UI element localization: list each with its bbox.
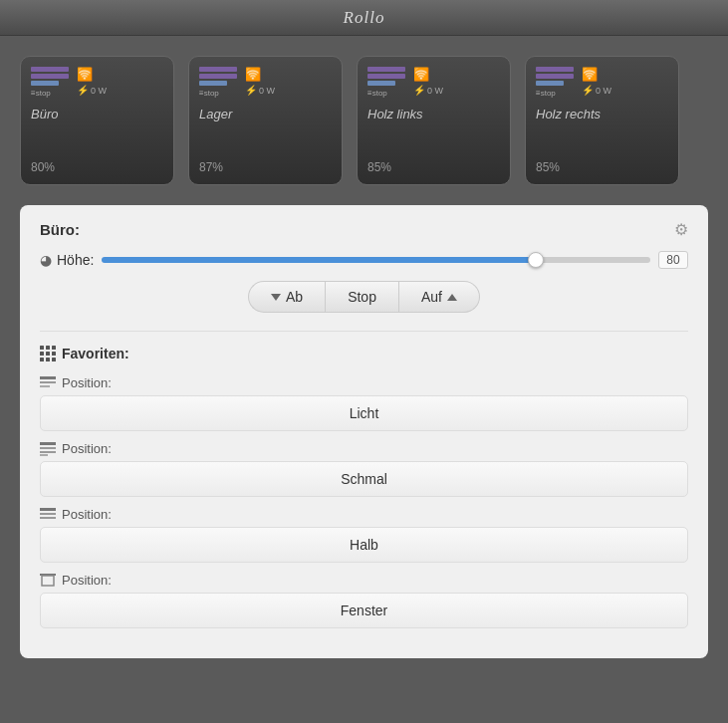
position-label-row: Position: (40, 441, 688, 456)
blind-bar-3 (31, 81, 59, 86)
blind-bar-2 (536, 74, 574, 79)
status-text: 0 W (427, 86, 443, 96)
blind-bar-2 (367, 74, 405, 79)
card-label: Büro (31, 107, 163, 121)
main-panel: Büro: ⚙ ◕ Höhe: 80 Ab Stop Auf (20, 205, 708, 658)
blind-bar-1 (199, 67, 237, 72)
cards-area: ≡stop 🛜 ⚡ 0 W Büro 80% ≡stop 🛜 (0, 36, 728, 200)
svg-rect-3 (40, 442, 56, 445)
position-btn-schmal-label: Schmal (341, 471, 387, 487)
slider-value: 80 (658, 251, 688, 269)
blind-bar-1 (536, 67, 574, 72)
divider (40, 331, 688, 332)
settings-icon[interactable]: ⚙ (674, 220, 688, 239)
bolt-icon: ⚡ (582, 85, 594, 96)
auf-button[interactable]: Auf (399, 281, 480, 313)
position-btn-licht[interactable]: Licht (40, 395, 688, 431)
slider-container: 80 (102, 251, 688, 269)
bolt-icon: ⚡ (77, 85, 89, 96)
panel-title: Büro: (40, 221, 80, 238)
position-icon-fenster (40, 574, 56, 588)
wifi-icon: 🛜 (77, 67, 93, 82)
position-label-2: Position: (62, 507, 112, 522)
svg-rect-11 (42, 576, 54, 586)
position-row-licht: Position: Licht (40, 375, 688, 431)
status-text: 0 W (596, 86, 611, 96)
status-text: 0 W (91, 86, 107, 96)
svg-rect-8 (40, 513, 56, 515)
blind-stop-text: ≡stop (536, 89, 574, 98)
position-icon-licht (40, 376, 56, 390)
blind-bar-1 (367, 67, 405, 72)
height-icon: ◕ (40, 252, 52, 268)
card-holz-rechts[interactable]: ≡stop 🛜 ⚡ 0 W Holz rechts 85% (525, 56, 679, 185)
stop-label: Stop (348, 289, 376, 305)
blind-stop-text: ≡stop (367, 89, 405, 98)
hoehe-label: ◕ Höhe: (40, 252, 94, 268)
svg-rect-7 (40, 508, 56, 511)
position-row-fenster: Position: Fenster (40, 573, 688, 628)
position-label-row: Position: (40, 573, 688, 588)
bolt-icon: ⚡ (245, 85, 257, 96)
position-btn-halb[interactable]: Halb (40, 527, 688, 563)
control-buttons: Ab Stop Auf (40, 281, 688, 313)
wifi-icon: 🛜 (413, 67, 429, 82)
bolt-icon: ⚡ (413, 85, 425, 96)
card-percent: 85% (536, 160, 668, 174)
blind-stop-text: ≡stop (31, 89, 69, 98)
panel-title-row: Büro: ⚙ (40, 220, 688, 239)
blind-icon: ≡stop (367, 67, 405, 99)
blind-bar-2 (31, 74, 69, 79)
blind-bar-3 (367, 81, 395, 86)
position-btn-fenster-label: Fenster (341, 602, 387, 618)
position-row-halb: Position: Halb (40, 507, 688, 563)
hoehe-row: ◕ Höhe: 80 (40, 251, 688, 269)
status-icons: ⚡ 0 W (77, 85, 107, 96)
blind-bar-2 (199, 74, 237, 79)
svg-rect-0 (40, 376, 56, 379)
arrow-down-icon (271, 294, 281, 301)
position-row-schmal: Position: Schmal (40, 441, 688, 497)
ab-button[interactable]: Ab (248, 281, 325, 313)
svg-rect-2 (40, 385, 50, 387)
blind-bar-3 (536, 81, 564, 86)
card-lager[interactable]: ≡stop 🛜 ⚡ 0 W Lager 87% (188, 56, 343, 185)
position-btn-fenster[interactable]: Fenster (40, 593, 688, 628)
position-btn-schmal[interactable]: Schmal (40, 461, 688, 497)
card-percent: 87% (199, 160, 332, 174)
status-icons: ⚡ 0 W (582, 85, 611, 96)
position-label-row: Position: (40, 507, 688, 522)
position-label-1: Position: (62, 441, 112, 456)
card-status: 🛜 ⚡ 0 W (77, 67, 107, 96)
blind-icon: ≡stop (199, 67, 237, 99)
svg-rect-1 (40, 381, 56, 383)
svg-rect-6 (40, 454, 48, 456)
stop-button[interactable]: Stop (325, 281, 399, 313)
position-btn-licht-label: Licht (350, 405, 379, 421)
card-label: Holz links (367, 107, 500, 121)
ab-label: Ab (286, 289, 303, 305)
card-status: 🛜 ⚡ 0 W (582, 67, 611, 96)
wifi-icon: 🛜 (245, 67, 261, 82)
card-top: ≡stop 🛜 ⚡ 0 W (31, 67, 163, 99)
height-slider[interactable] (102, 257, 650, 263)
status-text: 0 W (259, 86, 275, 96)
card-label: Holz rechts (536, 107, 668, 121)
status-icons: ⚡ 0 W (245, 85, 275, 96)
position-label-0: Position: (62, 375, 112, 390)
blind-icon: ≡stop (31, 67, 69, 99)
blind-stop-text: ≡stop (199, 89, 237, 98)
status-icons: ⚡ 0 W (413, 85, 443, 96)
card-status: 🛜 ⚡ 0 W (245, 67, 275, 96)
card-status: 🛜 ⚡ 0 W (413, 67, 443, 96)
position-btn-halb-label: Halb (350, 537, 378, 553)
blind-icon: ≡stop (536, 67, 574, 99)
svg-rect-9 (40, 517, 56, 519)
position-label-row: Position: (40, 375, 688, 390)
card-holz-links[interactable]: ≡stop 🛜 ⚡ 0 W Holz links 85% (357, 56, 511, 185)
position-icon-halb (40, 508, 56, 522)
auf-label: Auf (421, 289, 442, 305)
card-percent: 85% (367, 160, 500, 174)
position-icon-schmal (40, 442, 56, 456)
card-buero[interactable]: ≡stop 🛜 ⚡ 0 W Büro 80% (20, 56, 174, 185)
